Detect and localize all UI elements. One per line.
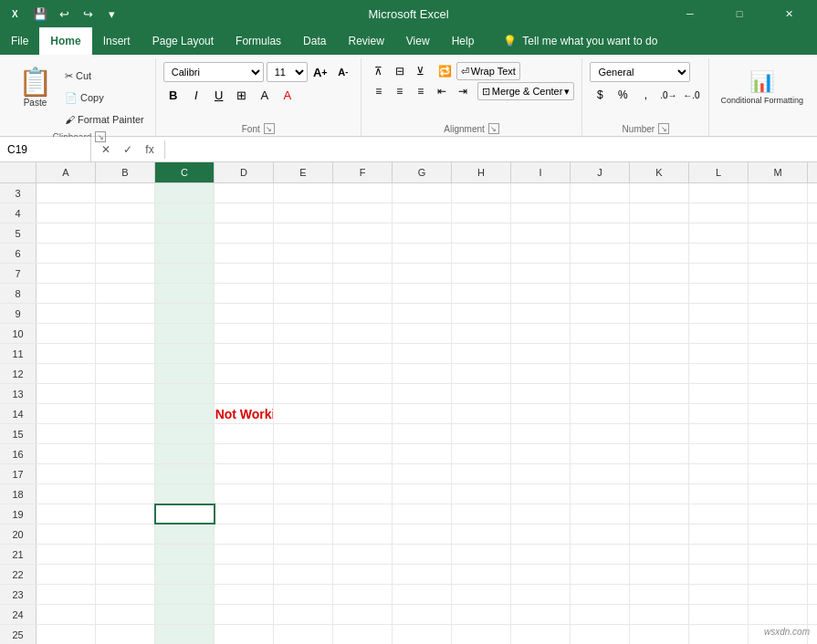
cell-L16[interactable] (689, 444, 749, 463)
cell-J23[interactable] (571, 585, 630, 604)
cell-E21[interactable] (274, 545, 333, 564)
cell-A4[interactable] (37, 203, 96, 223)
row-number-5[interactable]: 5 (0, 223, 37, 243)
cell-D10[interactable] (215, 324, 274, 343)
cell-H10[interactable] (452, 324, 511, 343)
menu-home[interactable]: Home (39, 27, 91, 55)
cell-B24[interactable] (96, 605, 155, 624)
cell-E19[interactable] (274, 504, 333, 524)
cell-M8[interactable] (749, 284, 808, 303)
cell-F11[interactable] (333, 344, 393, 363)
cell-G13[interactable] (393, 384, 452, 403)
cell-C13[interactable] (155, 384, 215, 403)
col-header-G[interactable]: G (393, 162, 452, 182)
cell-G6[interactable] (393, 244, 452, 263)
cell-M5[interactable] (749, 223, 808, 243)
cell-I6[interactable] (511, 244, 571, 263)
cell-A7[interactable] (37, 264, 96, 283)
cell-J9[interactable] (571, 304, 630, 323)
cell-F25[interactable] (333, 625, 393, 644)
font-size-select[interactable]: 11 (267, 62, 308, 82)
underline-button[interactable]: U (209, 85, 229, 105)
col-header-F[interactable]: F (333, 162, 393, 182)
cell-G11[interactable] (393, 344, 452, 363)
cell-A14[interactable] (37, 404, 96, 423)
cell-D22[interactable] (215, 565, 274, 584)
cell-F23[interactable] (333, 585, 393, 604)
decrease-indent-button[interactable]: ⇤ (432, 82, 452, 100)
cell-J3[interactable] (571, 183, 630, 203)
cell-B17[interactable] (96, 464, 155, 483)
cell-H9[interactable] (452, 304, 511, 323)
cell-H25[interactable] (452, 625, 511, 644)
cell-G18[interactable] (393, 484, 452, 504)
cell-H22[interactable] (452, 565, 511, 584)
cell-M6[interactable] (749, 244, 808, 263)
cell-C6[interactable] (155, 244, 215, 263)
cell-I10[interactable] (511, 324, 571, 343)
cell-M17[interactable] (749, 464, 808, 483)
cell-I17[interactable] (511, 464, 571, 483)
cell-J11[interactable] (571, 344, 630, 363)
increase-decimal-button[interactable]: ←.0 (681, 85, 701, 105)
copy-button[interactable]: 📄 Copy (61, 88, 148, 108)
cell-J18[interactable] (571, 484, 630, 504)
cell-E20[interactable] (274, 525, 333, 544)
col-header-L[interactable]: L (689, 162, 749, 182)
cell-I15[interactable] (511, 424, 571, 443)
col-header-J[interactable]: J (571, 162, 630, 182)
menu-view[interactable]: View (395, 27, 441, 55)
cell-G16[interactable] (393, 444, 452, 463)
cell-F3[interactable] (333, 183, 393, 203)
cell-K11[interactable] (630, 344, 689, 363)
row-number-19[interactable]: 19 (0, 504, 37, 524)
cell-A25[interactable] (37, 625, 96, 644)
row-number-22[interactable]: 22 (0, 565, 37, 584)
percent-button[interactable]: % (613, 85, 633, 105)
cell-D6[interactable] (215, 244, 274, 263)
cell-E7[interactable] (274, 264, 333, 283)
cell-B15[interactable] (96, 424, 155, 443)
cell-L15[interactable] (689, 424, 749, 443)
cell-E8[interactable] (274, 284, 333, 303)
cell-A23[interactable] (37, 585, 96, 604)
cell-J15[interactable] (571, 424, 630, 443)
cell-A16[interactable] (37, 444, 96, 463)
cell-I13[interactable] (511, 384, 571, 403)
cell-F6[interactable] (333, 244, 393, 263)
cell-H15[interactable] (452, 424, 511, 443)
cell-J20[interactable] (571, 525, 630, 544)
align-bottom-button[interactable]: ⊻ (411, 62, 431, 80)
cell-E4[interactable] (274, 203, 333, 223)
cell-B5[interactable] (96, 223, 155, 243)
row-number-23[interactable]: 23 (0, 585, 37, 604)
align-right-button[interactable]: ≡ (411, 82, 431, 100)
cell-B10[interactable] (96, 324, 155, 343)
row-number-4[interactable]: 4 (0, 203, 37, 223)
menu-file[interactable]: File (0, 27, 39, 55)
cell-C16[interactable] (155, 444, 215, 463)
cell-H21[interactable] (452, 545, 511, 564)
search-area[interactable]: 💡 Tell me what you want to do (503, 35, 657, 47)
cell-A5[interactable] (37, 223, 96, 243)
cell-L22[interactable] (689, 565, 749, 584)
cell-L20[interactable] (689, 525, 749, 544)
cell-K24[interactable] (630, 605, 689, 624)
customize-icon[interactable]: ▾ (102, 5, 120, 23)
cell-H18[interactable] (452, 484, 511, 504)
col-header-D[interactable]: D (215, 162, 274, 182)
cell-M15[interactable] (749, 424, 808, 443)
cell-F19[interactable] (333, 504, 393, 524)
cell-J16[interactable] (571, 444, 630, 463)
cell-D21[interactable] (215, 545, 274, 564)
cell-I20[interactable] (511, 525, 571, 544)
cell-L12[interactable] (689, 364, 749, 383)
cell-K17[interactable] (630, 464, 689, 483)
cell-J7[interactable] (571, 264, 630, 283)
cell-I22[interactable] (511, 565, 571, 584)
cell-H5[interactable] (452, 223, 511, 243)
cell-D19[interactable] (215, 504, 274, 524)
name-box[interactable] (0, 137, 91, 161)
cell-C3[interactable] (155, 183, 215, 203)
cell-C19[interactable] (155, 504, 215, 524)
